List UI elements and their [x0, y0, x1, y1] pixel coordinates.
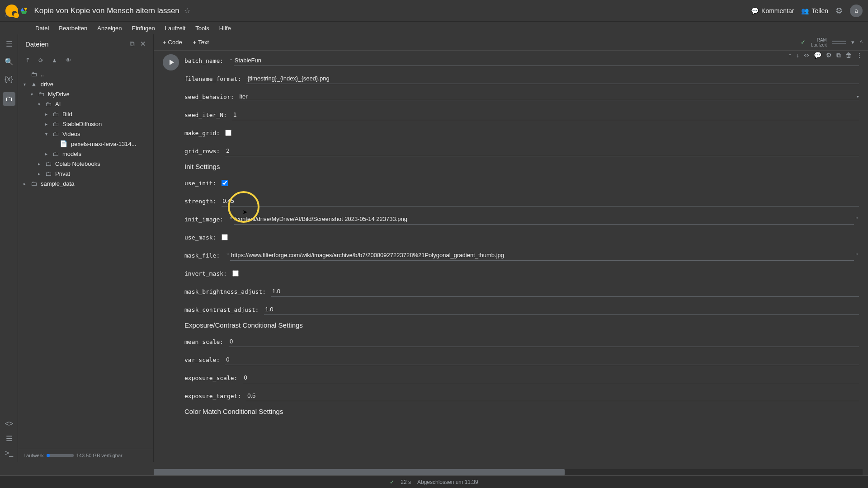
code-snippets-icon[interactable]: <> — [5, 420, 14, 428]
mask-file-input[interactable] — [230, 250, 854, 261]
make-grid-checkbox[interactable] — [225, 130, 231, 136]
grid-rows-label: grid_rows: — [184, 148, 220, 155]
star-icon[interactable]: ☆ — [184, 6, 190, 15]
form-cell: ↑ ↓ ⇔ 💬 ⚙ ⧉ 🗑 ⋮ batch_name:" filename_fo… — [163, 51, 868, 425]
toc-icon[interactable]: ☰ — [6, 40, 12, 48]
strength-input[interactable] — [222, 196, 859, 206]
mirror-icon[interactable]: ⧉ — [836, 52, 841, 59]
filename-format-input[interactable] — [246, 73, 859, 84]
tree-pexels-file[interactable]: 📄pexels-maxi-leiva-1314... — [22, 139, 150, 149]
var-scale-label: var_scale: — [184, 357, 220, 363]
delete-cell-icon[interactable]: 🗑 — [845, 52, 852, 59]
bottom-rail: <> ☰ >_ — [0, 420, 18, 462]
menu-tools[interactable]: Tools — [192, 24, 212, 33]
use-init-checkbox[interactable] — [222, 180, 228, 186]
mask-brightness-input[interactable] — [271, 286, 859, 297]
status-check-icon: ✓ — [390, 479, 394, 485]
invert-mask-label: invert_mask: — [184, 270, 227, 277]
toggle-header-icon[interactable]: ^ — [860, 39, 863, 46]
use-mask-label: use_mask: — [184, 234, 216, 241]
notebook-title[interactable]: Kopie von Kopie von Mensch altern lassen — [34, 6, 179, 15]
files-toolbar: ⤒ ⟳ ▲ 👁 — [18, 53, 153, 67]
mask-contrast-input[interactable] — [264, 304, 859, 315]
tree-privat[interactable]: ▸🗀Privat — [22, 169, 150, 178]
upload-icon[interactable]: ⤒ — [25, 57, 30, 64]
notebook-area[interactable]: ↑ ↓ ⇔ 💬 ⚙ ⧉ 🗑 ⋮ batch_name:" filename_fo… — [154, 51, 868, 462]
move-up-icon[interactable]: ↑ — [788, 52, 792, 59]
terminal-icon[interactable]: >_ — [5, 449, 13, 457]
batch-name-label: batch_name: — [184, 57, 223, 64]
seed-iter-label: seed_iter_N: — [184, 112, 227, 118]
notebook-content: +Code +Text ✓ RAM Laufzeit ▾ ^ ↑ ↓ ⇔ — [154, 34, 868, 462]
more-icon[interactable]: ⋮ — [856, 52, 863, 59]
seed-behavior-label: seed_behavior: — [184, 94, 234, 100]
colab-logo — [5, 5, 18, 17]
refresh-icon[interactable]: ⟳ — [38, 57, 43, 64]
seed-iter-input[interactable] — [232, 109, 859, 120]
vars-icon[interactable]: {x} — [5, 75, 13, 83]
close-sidebar-icon[interactable]: ✕ — [140, 40, 146, 48]
mask-file-label: mask_file: — [184, 252, 220, 259]
menu-anzeigen[interactable]: Anzeigen — [94, 24, 125, 33]
add-text-button[interactable]: +Text — [189, 37, 212, 47]
tree-drive[interactable]: ▾▲drive — [22, 79, 150, 89]
init-image-input[interactable] — [234, 214, 854, 225]
comment-button[interactable]: 💬Kommentar — [751, 7, 794, 14]
tree-sample-data[interactable]: ▸🗀sample_data — [22, 178, 150, 188]
add-code-button[interactable]: +Code — [159, 37, 186, 47]
seed-behavior-select[interactable]: iter▾ — [240, 93, 859, 100]
exposure-target-input[interactable] — [246, 390, 859, 401]
menu-laufzeit[interactable]: Laufzeit — [161, 24, 189, 33]
search-icon[interactable]: 🔍 — [5, 57, 14, 66]
batch-name-input[interactable] — [234, 55, 859, 66]
tree-colab[interactable]: ▸🗀Colab Notebooks — [22, 159, 150, 169]
status-bar: ✓ 22 s Abgeschlossen um 11:39 — [0, 475, 868, 488]
menu-bearbeiten[interactable]: Bearbeiten — [55, 24, 91, 33]
use-mask-checkbox[interactable] — [222, 234, 228, 240]
files-icon[interactable]: 🗀 — [3, 92, 15, 106]
ram-indicator[interactable]: RAM Laufzeit — [811, 38, 827, 47]
filename-format-label: filename_format: — [184, 75, 241, 82]
exposure-scale-input[interactable] — [243, 372, 859, 383]
mean-scale-input[interactable] — [229, 336, 859, 347]
tree-videos[interactable]: ▾🗀Videos — [22, 129, 150, 139]
menu-einfuegen[interactable]: Einfügen — [128, 24, 158, 33]
mount-drive-icon[interactable]: ▲ — [52, 57, 57, 64]
settings-icon[interactable]: ⚙ — [835, 6, 843, 16]
mask-brightness-label: mask_brightness_adjust: — [184, 288, 266, 295]
tree-parent[interactable]: 🗀.. — [22, 69, 150, 79]
move-down-icon[interactable]: ↓ — [796, 52, 799, 59]
menu-datei[interactable]: Datei — [32, 24, 52, 33]
use-init-label: use_init: — [184, 180, 216, 187]
new-window-icon[interactable]: ⧉ — [130, 40, 135, 48]
file-tree: 🗀.. ▾▲drive ▾🗀MyDrive ▾🗀AI ▸🗀Bild ▸🗀Stab… — [18, 67, 153, 449]
command-palette-icon[interactable]: ☰ — [6, 434, 12, 443]
runtime-dropdown-icon[interactable]: ▾ — [851, 39, 854, 46]
horizontal-scrollbar[interactable] — [154, 469, 863, 475]
share-button[interactable]: 👥Teilen — [801, 7, 828, 14]
invert-mask-checkbox[interactable] — [232, 270, 239, 277]
app-header: PRO Kopie von Kopie von Mensch altern la… — [0, 0, 868, 22]
link-icon[interactable]: ⇔ — [804, 52, 809, 59]
tree-ai[interactable]: ▾🗀AI — [22, 99, 150, 109]
menu-hilfe[interactable]: Hilfe — [216, 24, 235, 33]
tree-stablediffusion[interactable]: ▸🗀StableDiffusion — [22, 119, 150, 129]
var-scale-input[interactable] — [225, 354, 859, 365]
user-avatar[interactable]: a — [850, 5, 863, 17]
grid-rows-input[interactable] — [225, 145, 859, 156]
strength-label: strength: — [184, 198, 216, 205]
files-sidebar: Dateien ⧉ ✕ ⤒ ⟳ ▲ 👁 🗀.. ▾▲drive ▾🗀MyDriv… — [18, 34, 154, 462]
chevron-down-icon: ▾ — [857, 94, 859, 99]
make-grid-label: make_grid: — [184, 130, 220, 136]
connected-check-icon: ✓ — [801, 39, 806, 46]
hide-icon[interactable]: 👁 — [66, 57, 71, 64]
init-image-label: init_image: — [184, 216, 223, 223]
disk-usage: Laufwerk 143.50 GB verfügbar — [18, 449, 153, 462]
settings-cell-icon[interactable]: ⚙ — [826, 52, 832, 59]
comment-cell-icon[interactable]: 💬 — [814, 52, 821, 59]
tree-mydrive[interactable]: ▾🗀MyDrive — [22, 89, 150, 99]
tree-models[interactable]: ▸🗀models — [22, 149, 150, 159]
run-cell-button[interactable] — [163, 54, 179, 70]
tree-bild[interactable]: ▸🗀Bild — [22, 109, 150, 119]
status-completed: Abgeschlossen um 11:39 — [417, 479, 478, 485]
